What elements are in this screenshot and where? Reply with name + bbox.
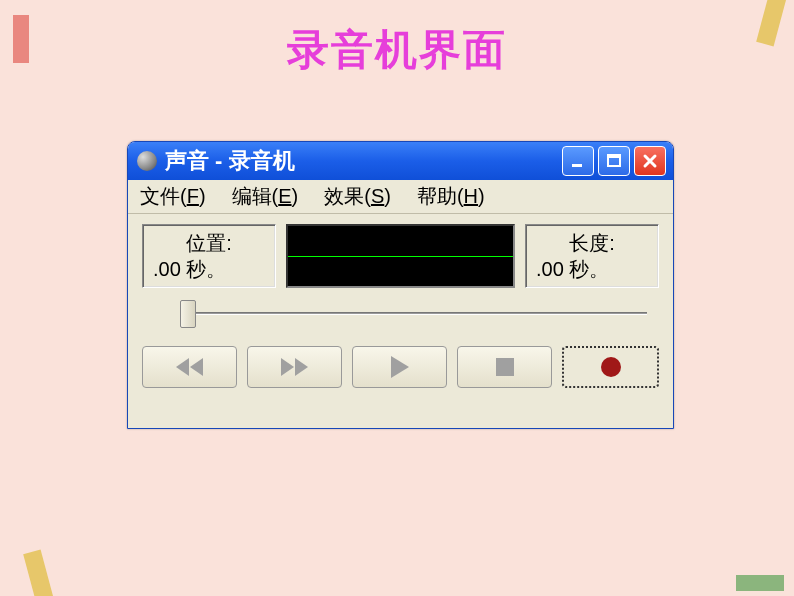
length-value: .00 秒。 [536,256,648,282]
decoration-shape [23,550,55,596]
length-label: 长度: [536,230,648,256]
slider-thumb[interactable] [180,300,196,328]
minimize-button[interactable] [562,146,594,176]
menu-file[interactable]: 文件(F) [136,181,210,212]
fast-forward-icon [281,358,308,376]
record-icon [601,357,621,377]
window-title: 声音 - 录音机 [165,146,562,176]
media-controls [142,346,659,388]
waveform-display [286,224,515,288]
position-label: 位置: [153,230,265,256]
minimize-icon [569,152,587,170]
record-button[interactable] [562,346,659,388]
close-icon [641,152,659,170]
rewind-icon [176,358,203,376]
length-display: 长度: .00 秒。 [525,224,659,288]
menu-help[interactable]: 帮助(H) [413,181,489,212]
window-controls [562,146,666,176]
decoration-shape [13,15,29,63]
waveform-line [288,256,513,257]
app-icon [137,151,157,171]
menu-edit[interactable]: 编辑(E) [228,181,303,212]
play-button[interactable] [352,346,447,388]
menubar: 文件(F) 编辑(E) 效果(S) 帮助(H) [128,180,673,214]
play-icon [391,356,409,378]
svg-rect-0 [572,164,582,167]
stop-button[interactable] [457,346,552,388]
stop-icon [496,358,514,376]
maximize-icon [605,152,623,170]
titlebar[interactable]: 声音 - 录音机 [128,142,673,180]
position-display: 位置: .00 秒。 [142,224,276,288]
info-row: 位置: .00 秒。 长度: .00 秒。 [142,224,659,288]
fast-forward-button[interactable] [247,346,342,388]
close-button[interactable] [634,146,666,176]
slider-track [190,312,647,315]
decoration-shape [736,575,784,591]
sound-recorder-window: 声音 - 录音机 文件(F) 编辑(E) 效果(S) 帮助(H) 位置: .00… [127,141,674,429]
menu-effects[interactable]: 效果(S) [320,181,395,212]
maximize-button[interactable] [598,146,630,176]
page-title: 录音机界面 [0,0,794,78]
svg-rect-2 [608,155,620,158]
position-slider[interactable] [142,300,659,328]
content-area: 位置: .00 秒。 长度: .00 秒。 [128,214,673,428]
position-value: .00 秒。 [153,256,265,282]
rewind-button[interactable] [142,346,237,388]
